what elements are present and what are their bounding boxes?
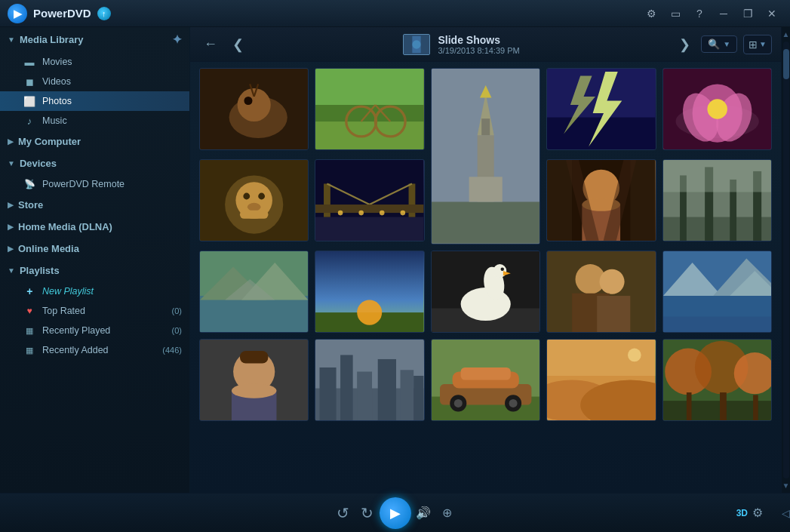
sidebar-section-playlists[interactable]: ▼ Playlists — [0, 260, 189, 281]
scroll-up-button[interactable]: ▲ — [782, 30, 790, 38]
photo-cell[interactable] — [546, 339, 656, 421]
play-button[interactable]: ▶ — [380, 497, 411, 529]
photo-svg — [315, 160, 423, 241]
fast-forward-button[interactable]: ↻ — [355, 501, 380, 525]
search-icon: 🔍 — [708, 38, 720, 50]
sidebar-item-top-rated[interactable]: ♥ Top Rated (0) — [0, 301, 189, 321]
scroll-thumb[interactable] — [783, 49, 789, 79]
photo-inner — [315, 69, 423, 149]
scrollbar[interactable]: ▲ ▼ — [781, 27, 790, 493]
sidebar-item-movies[interactable]: ▬ Movies — [0, 52, 189, 72]
photo-svg — [547, 340, 655, 420]
sidebar-item-powerdvd-remote[interactable]: 📡 PowerDVD Remote — [0, 174, 189, 194]
svg-rect-102 — [401, 370, 414, 420]
photo-svg — [315, 340, 423, 420]
photo-inner — [663, 251, 771, 332]
zoom-button[interactable]: ⊕ — [435, 501, 460, 525]
svg-rect-21 — [481, 118, 490, 135]
search-dropdown-arrow[interactable]: ▼ — [723, 40, 730, 48]
top-rated-label: Top Rated — [42, 306, 85, 316]
sidebar-item-videos-label: Videos — [42, 76, 71, 87]
scroll-track[interactable] — [783, 42, 789, 478]
slideshow-thumb-svg — [404, 34, 429, 55]
sidebar-item-new-playlist[interactable]: + New Playlist — [0, 281, 189, 301]
svg-rect-123 — [686, 392, 691, 420]
photo-cell[interactable] — [315, 68, 424, 150]
minimize-button[interactable]: ─ — [713, 3, 734, 24]
player-bar-wrapper: ↺ ↻ ▶ 🔊 ⊕ 3D ⚙ ◁ — [15, 497, 775, 529]
sidebar-section-store[interactable]: ▶ Store — [0, 194, 189, 216]
sidebar-item-music-label: Music — [42, 115, 67, 126]
photo-inner — [663, 160, 771, 241]
photo-cell[interactable] — [662, 251, 772, 333]
help-button[interactable]: ? — [689, 3, 710, 24]
photo-cell[interactable] — [199, 339, 309, 421]
photo-cell[interactable] — [199, 68, 309, 150]
update-badge[interactable]: ↑ — [97, 7, 111, 20]
photo-inner — [315, 340, 423, 420]
photo-svg — [547, 251, 655, 332]
photo-cell[interactable] — [662, 339, 772, 421]
sidebar: ▼ Media Library ✦ ▬ Movies ◼ Videos ⬜ Ph… — [0, 27, 190, 493]
photo-cell[interactable] — [315, 159, 424, 241]
sidebar-section-my-computer[interactable]: ▶ My Computer — [0, 131, 189, 152]
svg-point-32 — [707, 99, 727, 118]
player-settings-button[interactable]: ⚙ — [752, 506, 763, 520]
photo-cell[interactable] — [546, 159, 656, 241]
rewind-button[interactable]: ↺ — [331, 501, 355, 525]
recently-played-label: Recently Played — [42, 325, 110, 336]
photo-grid — [199, 68, 772, 421]
photo-svg — [200, 340, 308, 420]
photo-cell[interactable] — [315, 251, 424, 333]
sidebar-item-videos[interactable]: ◼ Videos — [0, 72, 189, 91]
volume-button[interactable]: 🔊 — [411, 501, 435, 525]
sidebar-item-photos[interactable]: ⬜ Photos — [0, 91, 189, 111]
sidebar-item-recently-played[interactable]: ▦ Recently Played (0) — [0, 321, 189, 340]
view-toggle[interactable]: ⊞ ▼ — [743, 35, 772, 54]
photo-cell[interactable] — [431, 251, 540, 333]
view-dropdown-arrow: ▼ — [759, 40, 767, 48]
search-box[interactable]: 🔍 ▼ — [701, 35, 737, 53]
threed-button[interactable]: 3D — [736, 508, 748, 518]
chevron-down-icon: ▼ — [8, 35, 15, 44]
photo-cell[interactable] — [546, 68, 656, 150]
prev-button[interactable]: ❮ — [228, 33, 248, 56]
next-button[interactable]: ❯ — [675, 33, 695, 56]
photo-inner — [315, 251, 423, 332]
chevron-down-icon-devices: ▼ — [8, 159, 15, 168]
sidebar-section-online-media[interactable]: ▶ Online Media — [0, 238, 189, 260]
back-button[interactable]: ← — [199, 33, 222, 55]
photo-cell[interactable] — [431, 68, 540, 244]
sidebar-section-home-media[interactable]: ▶ Home Media (DLNA) — [0, 216, 189, 238]
content-area: ← ❮ Slide Shows 3/19/2013 8:14:39 PM — [190, 27, 781, 493]
photo-cell[interactable] — [199, 251, 309, 333]
photo-cell[interactable] — [199, 159, 309, 241]
my-computer-label: My Computer — [18, 136, 81, 147]
svg-point-5 — [238, 88, 271, 121]
pip-left-button[interactable]: ◁ — [782, 507, 790, 519]
photo-cell[interactable] — [315, 339, 424, 421]
photo-cell[interactable] — [546, 251, 656, 333]
settings-titlebar-button[interactable]: ⚙ — [641, 3, 662, 24]
photo-svg — [432, 251, 539, 332]
sidebar-section-media-library[interactable]: ▼ Media Library ✦ — [0, 27, 189, 52]
chevron-right-icon: ▶ — [8, 137, 14, 146]
photo-inner — [663, 69, 771, 149]
photo-inner — [200, 69, 308, 149]
sidebar-item-music[interactable]: ♪ Music — [0, 111, 189, 131]
sidebar-item-recently-added[interactable]: ▦ Recently Added (446) — [0, 340, 189, 360]
maximize-button[interactable]: ❐ — [737, 3, 758, 24]
display-button[interactable]: ▭ — [665, 3, 686, 24]
sidebar-section-devices[interactable]: ▼ Devices — [0, 152, 189, 174]
photo-cell[interactable] — [662, 159, 772, 241]
slideshow-text: Slide Shows 3/19/2013 8:14:39 PM — [438, 34, 519, 55]
svg-rect-99 — [340, 355, 353, 420]
close-button[interactable]: ✕ — [761, 3, 782, 24]
photo-cell[interactable] — [431, 339, 540, 421]
photo-cell[interactable] — [662, 68, 772, 150]
svg-rect-103 — [414, 376, 424, 420]
svg-rect-66 — [200, 296, 308, 332]
photo-grid-container — [190, 62, 781, 493]
playlists-label: Playlists — [20, 265, 60, 276]
scroll-down-button[interactable]: ▼ — [782, 481, 790, 490]
